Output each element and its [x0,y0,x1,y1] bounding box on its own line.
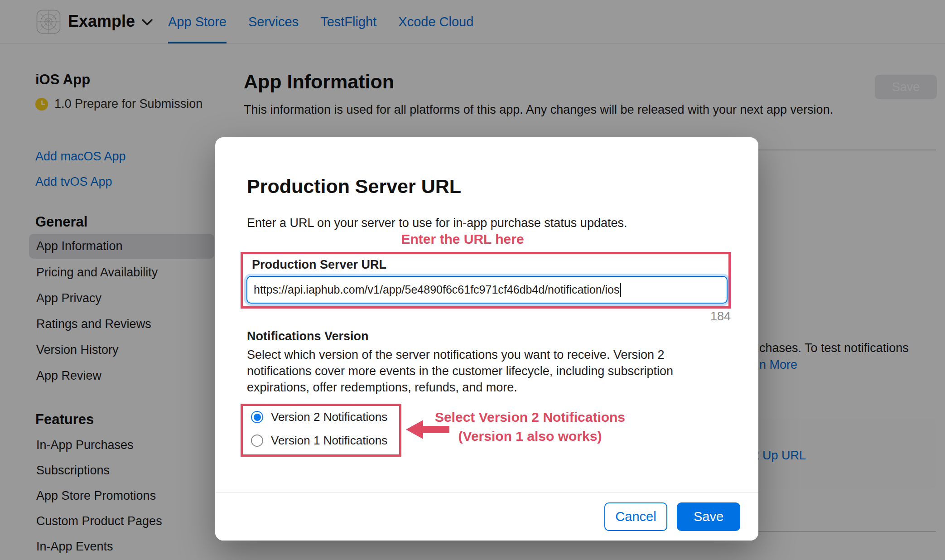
notifications-version-description: Select which version of the server notif… [247,347,704,396]
annotation-box-version-options: Version 2 Notifications Version 1 Notifi… [241,404,401,457]
text-caret [620,283,621,297]
annotation-select-version: Select Version 2 Notifications (Version … [421,408,639,446]
radio-version-2-label: Version 2 Notifications [271,410,387,424]
production-server-url-input[interactable]: https://api.iaphub.com/v1/app/5e4890f6c6… [246,276,728,304]
url-field-label: Production Server URL [252,258,386,272]
notifications-version-label: Notifications Version [247,329,369,343]
annotation-enter-url: Enter the URL here [327,232,598,247]
cancel-button[interactable]: Cancel [604,502,667,531]
dialog-description: Enter a URL on your server to use for in… [247,216,627,230]
production-server-url-dialog: Production Server URL Enter a URL on you… [215,137,758,541]
radio-version-1[interactable]: Version 1 Notifications [251,434,387,448]
dialog-save-button[interactable]: Save [677,502,740,531]
dialog-footer: Cancel Save [215,492,758,541]
radio-unselected-icon[interactable] [251,434,263,447]
radio-selected-icon[interactable] [251,411,263,423]
annotation-select-line2: (Version 1 also works) [421,427,639,446]
annotation-select-line1: Select Version 2 Notifications [421,408,639,427]
url-input-value: https://api.iaphub.com/v1/app/5e4890f6c6… [254,283,620,296]
character-count: 184 [677,309,731,323]
radio-version-2[interactable]: Version 2 Notifications [251,410,387,424]
radio-version-1-label: Version 1 Notifications [271,434,387,448]
annotation-box-url-field: Production Server URL https://api.iaphub… [241,252,731,309]
dialog-title: Production Server URL [247,175,461,198]
